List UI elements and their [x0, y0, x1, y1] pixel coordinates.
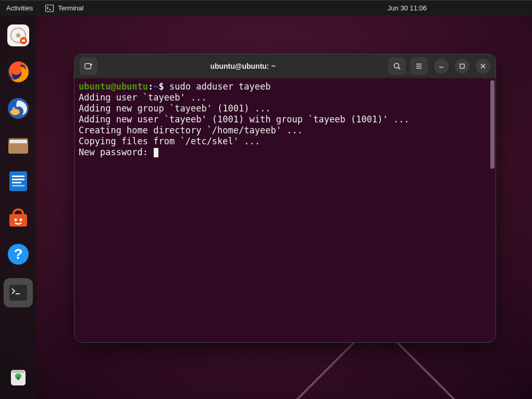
- svg-rect-13: [8, 143, 28, 154]
- titlebar: ubuntu@ubuntu: ~: [75, 54, 496, 78]
- svg-rect-12: [9, 140, 27, 144]
- clock[interactable]: Jun 30 11:06: [388, 4, 427, 12]
- svg-point-4: [16, 33, 20, 38]
- svg-rect-18: [12, 185, 24, 186]
- top-bar: Activities Terminal Jun 30 11:06: [0, 0, 532, 16]
- close-button[interactable]: [476, 59, 490, 73]
- firefox-icon[interactable]: [6, 59, 31, 84]
- files-icon[interactable]: [6, 132, 31, 157]
- terminal-window: ubuntu@ubuntu: ~: [74, 54, 496, 343]
- svg-rect-15: [12, 176, 24, 177]
- thunderbird-icon[interactable]: [6, 96, 31, 121]
- svg-rect-6: [22, 40, 25, 42]
- scrollbar[interactable]: [490, 80, 494, 169]
- menu-button[interactable]: [410, 57, 428, 75]
- minimize-button[interactable]: [434, 59, 449, 73]
- dock: ?: [0, 16, 36, 399]
- svg-rect-14: [9, 171, 27, 191]
- svg-rect-27: [12, 370, 24, 373]
- svg-line-33: [399, 68, 401, 70]
- svg-rect-29: [85, 64, 91, 69]
- close-icon: [479, 63, 487, 70]
- software-icon[interactable]: [6, 205, 31, 230]
- trash-icon[interactable]: [6, 365, 31, 390]
- search-icon: [393, 62, 401, 70]
- writer-icon[interactable]: [6, 169, 31, 194]
- svg-point-32: [394, 64, 399, 68]
- svg-point-9: [10, 109, 20, 115]
- window-title: ubuntu@ubuntu: ~: [102, 62, 384, 70]
- active-app-indicator[interactable]: Terminal: [45, 4, 83, 12]
- active-app-name: Terminal: [58, 4, 83, 12]
- disks-icon[interactable]: [6, 23, 31, 48]
- terminal-small-icon: [45, 5, 54, 12]
- hamburger-icon: [415, 62, 423, 70]
- svg-rect-17: [12, 182, 21, 183]
- minimize-icon: [438, 63, 445, 70]
- svg-rect-16: [12, 179, 24, 180]
- maximize-button[interactable]: [455, 59, 469, 73]
- terminal-dock-icon[interactable]: [4, 278, 33, 307]
- svg-point-28: [17, 377, 20, 380]
- svg-rect-24: [9, 284, 28, 301]
- svg-point-20: [15, 219, 17, 221]
- search-button[interactable]: [388, 57, 406, 75]
- cursor: [154, 148, 158, 157]
- terminal-body[interactable]: ubuntu@ubuntu:~$ sudo adduser tayeebAddi…: [75, 78, 496, 342]
- new-tab-button[interactable]: [80, 57, 97, 75]
- maximize-icon: [459, 63, 466, 70]
- help-icon[interactable]: ?: [6, 242, 31, 267]
- svg-text:?: ?: [14, 246, 22, 262]
- svg-rect-0: [46, 5, 54, 11]
- svg-point-21: [20, 219, 22, 221]
- svg-rect-38: [460, 64, 464, 68]
- svg-rect-19: [9, 214, 27, 227]
- activities-button[interactable]: Activities: [6, 4, 33, 12]
